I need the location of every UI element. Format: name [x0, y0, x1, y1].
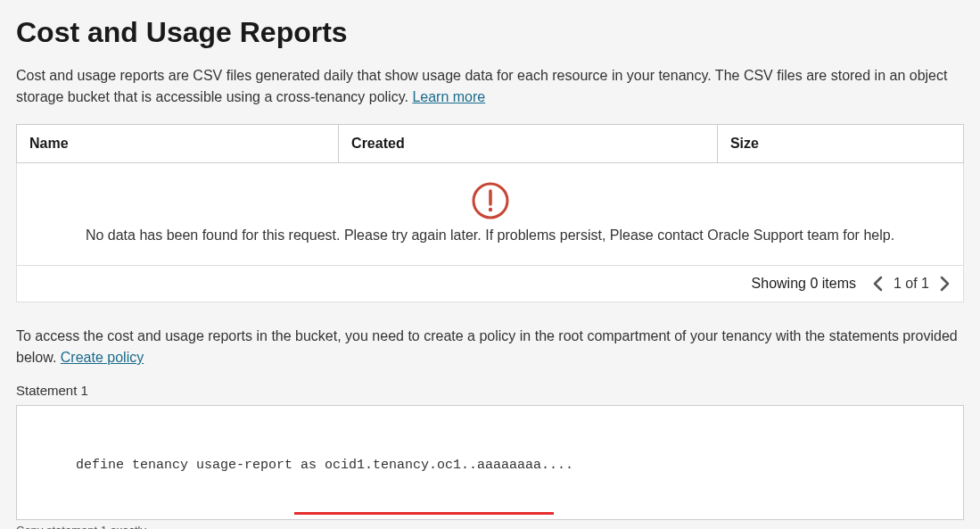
pagination-row: Showing 0 items 1 of 1 [17, 266, 964, 302]
svg-point-2 [488, 208, 491, 211]
copy-hint: Copy statement 1 exactly. [16, 524, 964, 529]
statement-text: define tenancy usage-report as ocid1.ten… [44, 437, 573, 512]
empty-message: No data has been found for this request.… [29, 227, 951, 244]
showing-text: Showing 0 items [752, 276, 856, 292]
learn-more-link[interactable]: Learn more [412, 89, 485, 104]
underline-annotation [294, 512, 554, 515]
table-header-row: Name Created Size [17, 125, 964, 163]
reports-table: Name Created Size No data has been found… [16, 124, 964, 302]
col-name: Name [17, 125, 339, 163]
alert-icon [471, 181, 510, 220]
policy-intro: To access the cost and usage reports in … [16, 326, 964, 368]
col-created: Created [339, 125, 718, 163]
intro-text: Cost and usage reports are CSV files gen… [16, 65, 964, 108]
page-indicator: 1 of 1 [894, 276, 929, 292]
next-page-button[interactable] [938, 275, 951, 293]
statement-box: define tenancy usage-report as ocid1.ten… [16, 405, 964, 520]
page-title: Cost and Usage Reports [16, 16, 964, 49]
col-size: Size [717, 125, 963, 163]
statement-label: Statement 1 [16, 383, 964, 398]
create-policy-link[interactable]: Create policy [61, 350, 144, 365]
policy-intro-body: To access the cost and usage reports in … [16, 328, 958, 365]
empty-row: No data has been found for this request.… [17, 163, 964, 266]
prev-page-button[interactable] [872, 275, 885, 293]
